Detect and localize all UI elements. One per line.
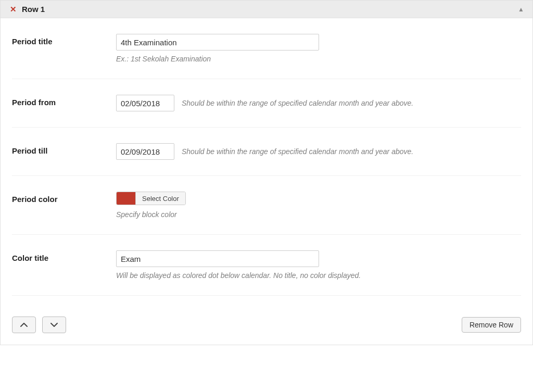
period-title-input[interactable] [116, 34, 319, 50]
color-swatch[interactable] [117, 192, 135, 205]
help-color-title: Will be displayed as colored dot below c… [116, 271, 521, 280]
remove-row-button[interactable]: Remove Row [462, 317, 521, 333]
label-period-color: Period color [12, 192, 116, 204]
control-period-from: Should be within the range of specified … [116, 95, 521, 111]
row-panel: ✕ Row 1 ▲ Period title Ex.: 1st Sekolah … [0, 0, 533, 345]
help-period-title: Ex.: 1st Sekolah Examination [116, 55, 521, 63]
help-period-color: Specify block color [116, 210, 521, 219]
color-title-input[interactable] [116, 250, 319, 267]
period-from-input[interactable] [116, 95, 174, 111]
control-period-title: Ex.: 1st Sekolah Examination [116, 34, 521, 63]
select-color-button[interactable]: Select Color [135, 192, 185, 205]
panel-header-left: ✕ Row 1 [10, 5, 45, 14]
field-row-period-from: Period from Should be within the range o… [12, 79, 521, 128]
chevron-up-icon [20, 322, 28, 327]
collapse-toggle-icon[interactable]: ▲ [518, 6, 524, 12]
color-picker: Select Color [116, 192, 186, 205]
label-period-title: Period title [12, 34, 116, 46]
field-row-period-color: Period color Select Color Specify block … [12, 176, 521, 235]
control-period-till: Should be within the range of specified … [116, 143, 521, 160]
label-color-title: Color title [12, 250, 116, 262]
field-row-period-title: Period title Ex.: 1st Sekolah Examinatio… [12, 18, 521, 79]
control-period-color: Select Color Specify block color [116, 192, 521, 219]
panel-body: Period title Ex.: 1st Sekolah Examinatio… [1, 18, 532, 345]
field-row-period-till: Period till Should be within the range o… [12, 128, 521, 176]
help-period-till: Should be within the range of specified … [182, 147, 413, 156]
close-icon[interactable]: ✕ [10, 5, 17, 13]
help-period-from: Should be within the range of specified … [182, 99, 413, 107]
period-till-input[interactable] [116, 143, 174, 160]
field-row-color-title: Color title Will be displayed as colored… [12, 235, 521, 296]
control-color-title: Will be displayed as colored dot below c… [116, 250, 521, 280]
label-period-till: Period till [12, 143, 116, 155]
reorder-buttons [12, 317, 66, 333]
panel-header: ✕ Row 1 ▲ [1, 1, 532, 18]
chevron-down-icon [50, 322, 58, 327]
panel-footer: Remove Row [12, 296, 521, 333]
label-period-from: Period from [12, 95, 116, 107]
row-title: Row 1 [22, 5, 45, 14]
move-down-button[interactable] [42, 317, 66, 333]
move-up-button[interactable] [12, 317, 36, 333]
